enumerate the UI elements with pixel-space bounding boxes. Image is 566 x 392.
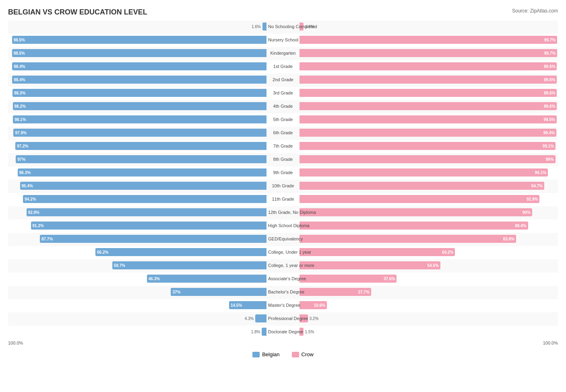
bottom-label-right: 100.0% [543, 341, 558, 345]
right-section: 99% [300, 154, 558, 165]
bar-value-right: 99.7% [544, 51, 556, 55]
bar-center-label: 7th Grade [266, 144, 300, 148]
bar-value-left: 98.1% [14, 117, 26, 122]
bar-row: 14.5%Master's Degree10.6% [8, 299, 558, 312]
bar-row: 94.2%11th Grade92.9% [8, 193, 558, 206]
right-section: 99.1% [300, 140, 558, 152]
bar-value-right: 99% [546, 157, 554, 162]
bar-row: 46.3%Associate's Degree37.6% [8, 273, 558, 286]
bar-value-left: 66.2% [97, 250, 108, 254]
bar-row: 96.3%9th Grade96.1% [8, 166, 558, 180]
bar-row: 59.7%College, 1 year or more54.5% [8, 259, 558, 273]
bar-row: 91.2%High School Diploma88.4% [8, 220, 558, 233]
bar-value-right: 60.2% [442, 250, 453, 254]
bottom-label-left: 100.0% [8, 341, 23, 345]
bar-row: 95.4%10th Grade94.7% [8, 180, 558, 193]
bar-value-right: 54.5% [428, 263, 439, 268]
legend-label-belgian: Belgian [262, 351, 279, 357]
bar-value-left: 59.7% [114, 263, 125, 268]
left-section: 96.3% [8, 167, 266, 178]
left-section: 46.3% [8, 273, 266, 284]
chart-body: 1.6%No Schooling Completed1.6%98.5%Nurse… [8, 21, 558, 339]
right-section: 3.2% [300, 313, 558, 324]
bar-center-label: 4th Grade [266, 104, 300, 109]
right-section: 92.9% [300, 193, 558, 205]
bar-value-right: 27.7% [358, 290, 369, 294]
bar-value-left: 4.3% [245, 316, 254, 321]
bar-center-label: 11th Grade [266, 197, 300, 201]
left-section: 59.7% [8, 260, 266, 271]
right-section: 99.7% [300, 47, 558, 59]
bar-value-right: 94.7% [531, 184, 543, 188]
bar-center-label: Bachelor's Degree [266, 289, 300, 294]
left-section: 98.1% [8, 114, 266, 125]
right-section: 54.5% [300, 260, 558, 271]
bar-center-label: No Schooling Completed [266, 24, 300, 29]
bar-row: 1.6%No Schooling Completed1.6% [8, 21, 558, 34]
bar-row: 98.3%3rd Grade99.6% [8, 87, 558, 100]
left-section: 1.8% [8, 326, 266, 337]
bar-value-left: 91.2% [33, 224, 44, 228]
bar-row: 37%Bachelor's Degree27.7% [8, 286, 558, 299]
bar-value-left: 14.5% [231, 303, 242, 308]
bar-value-right: 88.4% [515, 224, 526, 228]
right-section: 99.4% [300, 127, 558, 138]
bar-row: 92.9%12th Grade, No Diploma90% [8, 206, 558, 220]
left-section: 87.7% [8, 233, 266, 244]
left-section: 66.2% [8, 246, 266, 258]
bar-value-right: 10.6% [314, 303, 325, 308]
legend-color-belgian [252, 352, 260, 357]
bar-value-right: 99.4% [543, 131, 555, 135]
bar-center-label: 2nd Grade [266, 77, 300, 82]
bar-value-left: 95.4% [22, 184, 33, 188]
bar-value-right: 1.5% [305, 330, 314, 334]
left-section: 14.5% [8, 300, 266, 311]
bar-value-right: 3.2% [310, 316, 319, 321]
left-section: 94.2% [8, 193, 266, 205]
bar-value-left: 87.7% [41, 237, 53, 241]
bar-row: 97%8th Grade99% [8, 153, 558, 166]
left-section: 4.3% [8, 313, 266, 324]
bar-value-right: 99.6% [544, 64, 555, 69]
right-section: 96.1% [300, 167, 558, 178]
bar-value-right: 37.6% [384, 277, 395, 281]
left-section: 37% [8, 286, 266, 298]
bar-row: 4.3%Professional Degree3.2% [8, 312, 558, 326]
bar-row: 97.9%6th Grade99.4% [8, 127, 558, 140]
bar-value-left: 96.3% [19, 170, 31, 175]
left-section: 98.4% [8, 74, 266, 85]
legend-crow: Crow [292, 351, 314, 357]
right-section: 99.6% [300, 61, 558, 72]
bar-center-label: 10th Grade [266, 183, 300, 188]
bar-center-label: Doctorate Degree [266, 329, 300, 334]
right-section: 99.6% [300, 101, 558, 112]
left-section: 98.2% [8, 101, 266, 112]
bar-value-left: 98.4% [14, 78, 25, 82]
bar-value-left: 92.9% [28, 210, 39, 215]
bar-value-right: 99.7% [544, 38, 556, 42]
bar-row: 98.1%5th Grade99.5% [8, 113, 558, 127]
bar-value-left: 97.2% [17, 144, 28, 148]
bar-center-label: 6th Grade [266, 130, 300, 135]
right-section: 60.2% [300, 246, 558, 258]
right-section: 37.6% [300, 273, 558, 284]
bar-row: 98.4%1st Grade99.6% [8, 60, 558, 74]
left-section: 91.2% [8, 220, 266, 231]
left-section: 98.5% [8, 47, 266, 59]
bar-center-label: College, Under 1 year [266, 250, 300, 254]
bar-center-label: High School Diploma [266, 223, 300, 228]
bar-center-label: Associate's Degree [266, 276, 300, 281]
bar-value-left: 98.3% [14, 91, 25, 95]
left-section: 97% [8, 154, 266, 165]
bar-value-right: 99.5% [543, 117, 555, 122]
bar-row: 98.5%Kindergarten99.7% [8, 47, 558, 60]
chart-container: BELGIAN VS CROW EDUCATION LEVEL Source: … [0, 0, 566, 374]
right-section: 90% [300, 207, 558, 218]
bar-value-left: 98.5% [14, 51, 25, 55]
right-section: 1.5% [300, 326, 558, 337]
left-section: 98.3% [8, 87, 266, 99]
bar-value-right: 99.6% [544, 104, 555, 109]
bar-value-left: 98.2% [14, 104, 26, 109]
bar-value-right: 92.9% [527, 197, 538, 201]
chart-title: BELGIAN VS CROW EDUCATION LEVEL [8, 8, 558, 16]
